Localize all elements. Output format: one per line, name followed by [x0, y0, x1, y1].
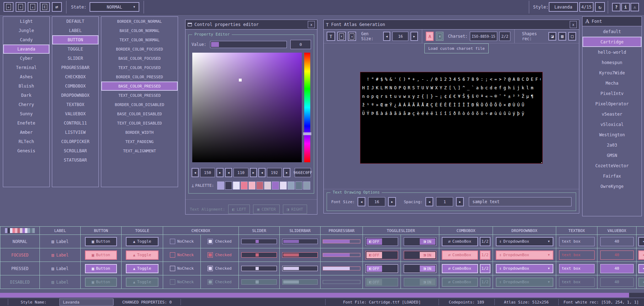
palette-swatch[interactable] — [10, 228, 12, 233]
toggleslider-on[interactable]: ON — [404, 237, 436, 246]
property-list-item[interactable]: BASE_COLOR_NORMAL — [101, 26, 178, 35]
font-size-box[interactable]: 16 — [368, 197, 385, 206]
property-list-item[interactable]: BORDER_COLOR_FOCUSED — [101, 44, 178, 54]
slider-thumb[interactable] — [256, 280, 259, 284]
combobox-index[interactable]: 1/2 — [480, 278, 490, 287]
style-name-value[interactable]: Lavanda — [59, 299, 113, 306]
reload-style-button[interactable] — [595, 2, 605, 12]
font-list-item[interactable]: v5easter — [583, 109, 642, 119]
font-list-item[interactable]: v5loxical — [583, 119, 642, 130]
style-list-item[interactable]: Terminal — [3, 63, 49, 72]
textbox-widget[interactable]: text box — [559, 264, 595, 273]
palette-swatch[interactable] — [295, 181, 302, 190]
checkbox-icon[interactable] — [208, 252, 213, 258]
blue-value-box[interactable]: 192 — [267, 168, 282, 177]
valuebox-widget[interactable]: 40 — [600, 278, 634, 287]
palette-swatch[interactable] — [25, 228, 27, 233]
style-list-item[interactable]: Enefete — [3, 118, 49, 128]
style-list-item[interactable]: Bluish — [3, 81, 49, 91]
style-list-item[interactable]: Lavanda — [3, 44, 49, 54]
control-list-item[interactable]: STATUSBAR — [52, 155, 98, 165]
checkbox-icon[interactable] — [170, 266, 175, 271]
toggle-widget[interactable]: Toggle — [126, 237, 159, 246]
combobox-index[interactable]: 1/2 — [480, 264, 490, 273]
palette-swatch[interactable] — [27, 228, 30, 233]
control-list-item[interactable]: BUTTON — [52, 35, 98, 44]
red-increment-button[interactable] — [216, 168, 224, 177]
info-button[interactable] — [621, 3, 630, 11]
combobox-index[interactable]: 1/2 — [480, 237, 490, 246]
slider-thumb[interactable] — [256, 267, 259, 270]
valuebox-widget[interactable]: 40 — [600, 237, 634, 246]
checkbox-unchecked[interactable]: NoCheck — [170, 279, 194, 285]
checkbox-icon[interactable] — [170, 279, 175, 285]
align-right-button[interactable]: RIGHT — [283, 205, 307, 214]
button-widget[interactable]: Button — [85, 250, 117, 260]
control-list-item[interactable]: SCROLLBAR — [52, 146, 98, 155]
spacing-decrement[interactable] — [425, 197, 433, 206]
green-decrement-button[interactable] — [225, 168, 232, 177]
shapes-rec-button-1[interactable] — [548, 32, 556, 41]
style-list-item[interactable]: Cherry — [3, 100, 49, 109]
palette-swatch[interactable] — [32, 228, 35, 233]
property-list-item[interactable]: BASE_COLOR_DISABLED — [101, 109, 178, 118]
font-list-item[interactable]: hello-world — [583, 47, 642, 57]
hue-bar-handle[interactable] — [303, 132, 311, 135]
control-list-item[interactable]: SLIDER — [52, 54, 98, 63]
palette-swatch[interactable] — [288, 181, 295, 190]
style-list-item[interactable]: Candy — [3, 35, 49, 44]
toggleslider-off[interactable]: OFF — [365, 251, 398, 259]
property-list-item[interactable]: TEXT_COLOR_PRESSED — [101, 91, 178, 100]
textbox-widget[interactable]: text box — [559, 278, 595, 287]
palette-swatch[interactable] — [225, 181, 232, 190]
spacing-box[interactable]: 1 — [436, 197, 453, 206]
save-style-button[interactable] — [28, 2, 38, 12]
checkbox-checked[interactable]: Checked — [208, 239, 231, 244]
align-center-button[interactable]: CENTER — [253, 205, 279, 214]
checkbox-unchecked[interactable]: NoCheck — [170, 252, 194, 258]
checkbox-checked[interactable]: Checked — [208, 266, 231, 271]
style-list-item[interactable]: Dark — [3, 91, 49, 100]
property-list-item[interactable]: BASE_COLOR_PRESSED — [101, 81, 178, 91]
control-list-item[interactable]: PROGRESSBAR — [52, 63, 98, 72]
palette-swatch[interactable] — [272, 181, 279, 190]
clear-charset-button[interactable] — [436, 32, 444, 41]
property-list-item[interactable]: TEXT_COLOR_DISABLED — [101, 118, 178, 128]
style-list-item[interactable]: Sunny — [3, 109, 49, 118]
hex-color-box[interactable]: 966EC0FF — [295, 168, 311, 177]
font-list-item[interactable]: Fairfax — [583, 171, 642, 181]
font-atlas-titlebar[interactable]: Font Atlas Generation — [324, 20, 579, 30]
help-button[interactable] — [612, 3, 621, 11]
checkbox-checked[interactable]: Checked — [208, 279, 231, 285]
load-style-button[interactable] — [16, 2, 26, 12]
control-list-item[interactable]: DROPDOWNBOX — [52, 91, 98, 100]
gen-size-increment[interactable] — [410, 32, 418, 41]
toggle-widget[interactable]: Toggle — [126, 278, 159, 287]
button-widget[interactable]: Button — [85, 278, 117, 287]
property-list-item[interactable]: BORDER_COLOR_NORMAL — [101, 17, 178, 26]
palette-swatch[interactable] — [248, 181, 256, 190]
toggleslider-on[interactable]: ON — [404, 278, 436, 286]
checkbox-checked[interactable]: Checked — [208, 252, 231, 258]
combobox-widget[interactable]: ComboBox — [442, 278, 478, 287]
color-saturation-panel[interactable] — [192, 53, 302, 162]
font-size-increment[interactable] — [388, 197, 396, 206]
palette-swatch[interactable] — [5, 228, 7, 233]
font-list-item[interactable]: PixelIntv — [583, 88, 642, 99]
slider-widget[interactable] — [241, 279, 277, 285]
dropdownbox-widget[interactable]: DropdownBox — [496, 278, 553, 287]
spinner-left-button[interactable] — [638, 250, 644, 260]
value-slider[interactable] — [210, 41, 287, 48]
palette-swatch[interactable] — [241, 181, 248, 190]
palette-swatch[interactable] — [20, 228, 22, 233]
bottom-scrollbar[interactable] — [0, 293, 629, 297]
valuebox-widget[interactable]: 40 — [600, 250, 634, 260]
spinner-left-button[interactable] — [638, 237, 644, 246]
palette-swatch[interactable] — [280, 181, 287, 190]
dropdownbox-widget[interactable]: DropdownBox — [496, 250, 553, 260]
control-list-item[interactable]: COLORPICKER — [52, 137, 98, 146]
textbox-widget[interactable]: text box — [559, 250, 595, 260]
palette-swatch[interactable] — [30, 228, 32, 233]
spacing-increment[interactable] — [456, 197, 464, 206]
style-list-item[interactable]: RLTech — [3, 137, 49, 146]
